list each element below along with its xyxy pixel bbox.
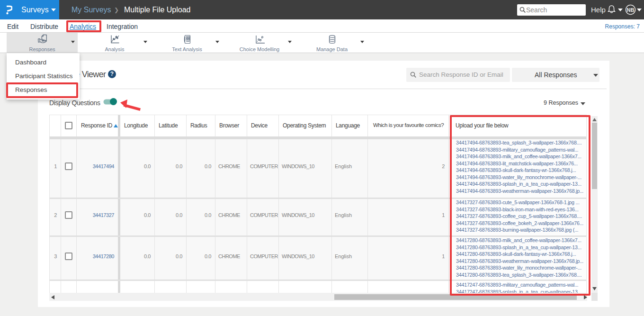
svg-text:NB: NB [627, 7, 635, 13]
